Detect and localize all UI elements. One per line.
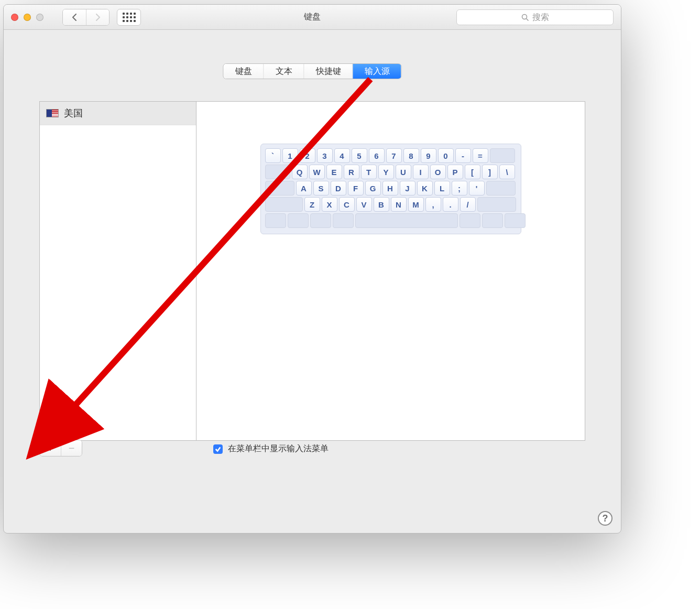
- key: R: [344, 165, 359, 179]
- list-item-label: 美国: [64, 107, 83, 119]
- tab-bar: 键盘 文本 快捷键 输入源: [223, 63, 402, 79]
- search-placeholder: 搜索: [532, 12, 549, 23]
- key: X: [322, 197, 337, 212]
- svg-line-1: [526, 18, 528, 20]
- key: 7: [386, 148, 402, 163]
- key: `: [265, 148, 281, 163]
- search-input[interactable]: 搜索: [456, 9, 614, 25]
- remove-button[interactable]: −: [61, 440, 82, 456]
- key: J: [400, 181, 415, 195]
- tab-text[interactable]: 文本: [264, 64, 304, 79]
- menu-bar-checkbox-row: 在菜单栏中显示输入法菜单: [213, 443, 329, 454]
- key: A: [296, 181, 312, 195]
- key: K: [417, 181, 433, 195]
- key: 6: [369, 148, 385, 163]
- key: [482, 213, 503, 228]
- add-remove-group: + −: [39, 440, 82, 456]
- key: [460, 213, 480, 228]
- key: [505, 213, 526, 228]
- key: D: [331, 181, 346, 195]
- key: =: [473, 148, 488, 163]
- us-flag-icon: [46, 109, 59, 117]
- key: [288, 213, 309, 228]
- search-icon: [521, 14, 529, 21]
- keyboard-layout: `1234567890-=QWERTYUIOP[]\ASDFGHJKL;'ZXC…: [260, 144, 521, 234]
- key: F: [348, 181, 364, 195]
- key: 8: [403, 148, 419, 163]
- key: H: [382, 181, 398, 195]
- key: W: [309, 165, 325, 179]
- key: 2: [300, 148, 315, 163]
- key: .: [443, 197, 458, 212]
- key: [265, 165, 290, 179]
- key: 4: [334, 148, 350, 163]
- key: S: [313, 181, 329, 195]
- add-button[interactable]: +: [40, 440, 61, 456]
- key: \: [499, 165, 515, 179]
- key: [265, 197, 303, 212]
- key: [310, 213, 331, 228]
- key: [490, 148, 515, 163]
- key: Z: [304, 197, 320, 212]
- keyboard-preview: `1234567890-=QWERTYUIOP[]\ASDFGHJKL;'ZXC…: [196, 101, 585, 441]
- key: 0: [438, 148, 454, 163]
- key: [: [465, 165, 480, 179]
- key: P: [447, 165, 463, 179]
- input-source-list[interactable]: 美国: [39, 101, 196, 441]
- help-button[interactable]: ?: [598, 511, 612, 526]
- key: N: [391, 197, 407, 212]
- key: O: [430, 165, 446, 179]
- key: Q: [292, 165, 308, 179]
- key: Y: [378, 165, 394, 179]
- key: [333, 213, 354, 228]
- tab-input-sources[interactable]: 输入源: [353, 64, 401, 79]
- key: G: [365, 181, 381, 195]
- key: B: [374, 197, 389, 212]
- check-icon: [215, 446, 221, 452]
- preferences-window: 键盘 搜索 键盘 文本 快捷键 输入源 美国 `1234567890-=QWER…: [3, 4, 621, 534]
- window-body: 键盘 文本 快捷键 输入源 美国 `1234567890-=QWERTYUIOP…: [4, 30, 621, 533]
- tab-keyboard[interactable]: 键盘: [224, 64, 264, 79]
- key: [355, 213, 458, 228]
- menu-bar-checkbox-label: 在菜单栏中显示输入法菜单: [228, 443, 329, 454]
- list-item[interactable]: 美国: [40, 102, 196, 125]
- key: I: [413, 165, 429, 179]
- key: [486, 181, 516, 195]
- key: E: [326, 165, 342, 179]
- svg-point-0: [522, 14, 527, 19]
- menu-bar-checkbox[interactable]: [213, 444, 223, 454]
- key: L: [434, 181, 450, 195]
- key: [477, 197, 516, 212]
- titlebar: 键盘 搜索: [4, 5, 621, 30]
- key: /: [460, 197, 476, 212]
- key: 9: [421, 148, 436, 163]
- key: C: [339, 197, 355, 212]
- key: V: [356, 197, 372, 212]
- key: T: [361, 165, 377, 179]
- key: M: [408, 197, 424, 212]
- key: [265, 181, 294, 195]
- key: ]: [482, 165, 498, 179]
- key: U: [396, 165, 411, 179]
- key: [265, 213, 286, 228]
- key: 3: [317, 148, 333, 163]
- key: 1: [282, 148, 298, 163]
- tab-shortcuts[interactable]: 快捷键: [304, 64, 353, 79]
- key: ;: [452, 181, 467, 195]
- key: ': [469, 181, 485, 195]
- key: 5: [352, 148, 367, 163]
- key: -: [455, 148, 471, 163]
- content-panel: 美国 `1234567890-=QWERTYUIOP[]\ASDFGHJKL;'…: [39, 101, 585, 441]
- key: ,: [425, 197, 441, 212]
